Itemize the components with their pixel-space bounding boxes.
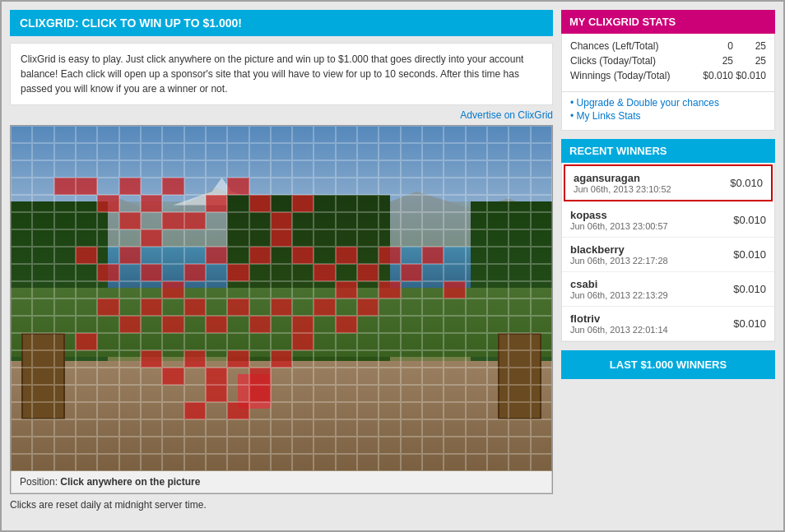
right-column: MY CLIXGRID STATS Chances (Left/Total) 0… [561,10,775,511]
winner-date: Jun 06th, 2013 23:10:52 [574,184,671,194]
grid-image[interactable] [11,126,552,471]
advertise-link[interactable]: Advertise on ClixGrid [460,109,553,121]
winner-amount: $0.010 [730,177,763,189]
winner-name: csabi [570,278,668,290]
stats-val2-clicks: 25 [733,55,766,67]
winner-item: csabi Jun 06th, 2013 22:13:29 $0.010 [562,272,774,307]
stats-header: MY CLIXGRID STATS [561,10,775,34]
upgrade-link[interactable]: • Upgrade & Double your chances [570,97,766,109]
stats-val2-winnings: $0.010 [733,70,766,81]
recent-winners-header: RECENT WINNERS [561,139,775,163]
stats-val1-winnings: $0.010 [700,70,733,81]
left-column: CLIXGRID: CLICK TO WIN UP TO $1.000! Cli… [10,10,553,511]
winner-amount: $0.010 [733,283,766,295]
reset-note-text: Clicks are reset daily at midnight serve… [10,499,207,511]
winner-name: kopass [570,209,668,221]
winner-item: flotriv Jun 06th, 2013 22:01:14 $0.010 [562,307,774,341]
railing-left [21,333,65,419]
position-action: Click anywhere on the picture [60,476,200,488]
winner-date: Jun 06th, 2013 23:00:57 [570,221,668,231]
winner-date: Jun 06th, 2013 22:13:29 [570,290,668,300]
stats-val1-chances: 0 [700,40,733,52]
grid-image-container[interactable]: Position: Click anywhere on the picture [10,125,553,494]
winner-item: blackberry Jun 06th, 2013 22:17:28 $0.01… [562,238,774,272]
stats-val1-clicks: 25 [700,55,733,67]
winner-info: kopass Jun 06th, 2013 23:00:57 [570,209,668,231]
stats-row-clicks: Clicks (Today/Total) 25 25 [570,55,766,67]
winner-name: agansuragan [574,172,671,184]
position-bar: Position: Click anywhere on the picture [11,471,552,493]
photo-bg [11,126,552,471]
top-banner: CLIXGRID: CLICK TO WIN UP TO $1.000! [10,10,553,36]
deck [11,361,552,471]
stats-label-winnings: Winnings (Today/Total) [570,70,700,81]
stats-header-label: MY CLIXGRID STATS [569,16,676,28]
page-wrapper: CLIXGRID: CLICK TO WIN UP TO $1.000! Cli… [0,0,785,532]
stats-row-chances: Chances (Left/Total) 0 25 [570,40,766,52]
main-layout: CLIXGRID: CLICK TO WIN UP TO $1.000! Cli… [10,10,775,511]
winner-amount: $0.010 [733,317,766,330]
stats-label-chances: Chances (Left/Total) [570,40,700,52]
winner-info: flotriv Jun 06th, 2013 22:01:14 [570,312,668,335]
recent-winners-label: RECENT WINNERS [569,145,667,157]
winner-name: flotriv [570,312,668,325]
winner-item: agansuragan Jun 06th, 2013 23:10:52 $0.0… [564,164,773,201]
winner-info: csabi Jun 06th, 2013 22:13:29 [570,278,668,300]
stats-row-winnings: Winnings (Today/Total) $0.010 $0.010 [570,70,766,81]
winner-date: Jun 06th, 2013 22:17:28 [570,256,668,266]
stats-label-clicks: Clicks (Today/Total) [570,55,700,67]
flower-pot [238,374,270,409]
winners-list[interactable]: agansuragan Jun 06th, 2013 23:10:52 $0.0… [561,163,775,342]
sky [11,126,552,201]
ground-grass [11,288,552,357]
description-text: ClixGrid is easy to play. Just click any… [21,53,523,95]
winner-date: Jun 06th, 2013 22:01:14 [570,325,668,335]
advertise-link-container: Advertise on ClixGrid [10,109,553,121]
my-links-link[interactable]: • My Links Stats [570,110,766,122]
banner-title: CLIXGRID: CLICK TO WIN UP TO $1.000! [20,16,242,30]
stats-box: Chances (Left/Total) 0 25 Clicks (Today/… [561,34,775,92]
last-winners-button[interactable]: LAST $1.000 WINNERS [561,350,775,379]
description-box: ClixGrid is easy to play. Just click any… [10,43,553,105]
winner-amount: $0.010 [733,248,766,261]
winner-name: blackberry [570,243,668,256]
stats-links: • Upgrade & Double your chances • My Lin… [561,92,775,131]
position-label: Position: [20,476,60,488]
winner-item: kopass Jun 06th, 2013 23:00:57 $0.010 [562,203,774,238]
reset-note: Clicks are reset daily at midnight serve… [10,499,553,511]
winner-info: blackberry Jun 06th, 2013 22:17:28 [570,243,668,266]
railing-right [498,333,541,419]
stats-val2-chances: 25 [733,40,766,52]
winner-amount: $0.010 [733,214,766,226]
winner-info: agansuragan Jun 06th, 2013 23:10:52 [574,172,671,194]
